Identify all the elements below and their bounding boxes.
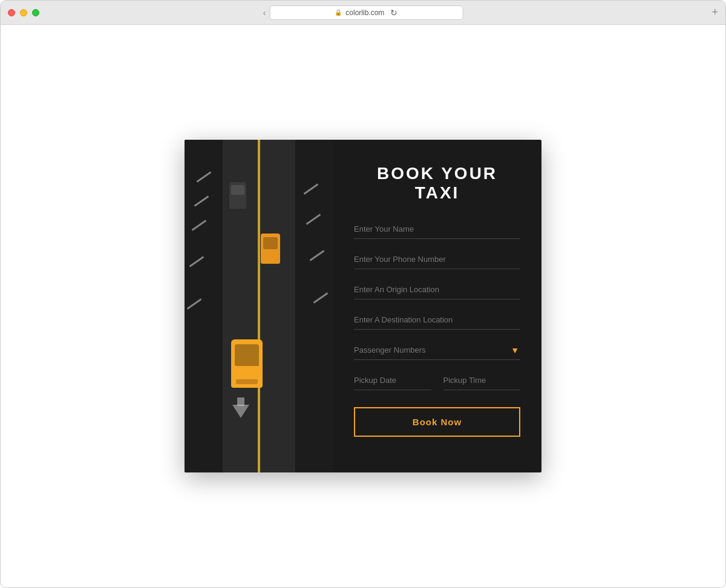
close-button[interactable] (8, 9, 15, 16)
reload-icon[interactable]: ↻ (390, 8, 397, 18)
car-dark (229, 182, 246, 209)
destination-field (354, 310, 520, 330)
titlebar-right: + (711, 6, 718, 19)
date-input[interactable] (354, 371, 431, 390)
passenger-select[interactable]: Passenger Numbers 1 2 3 4 5 6+ (354, 341, 520, 360)
url-text: colorlib.com (345, 8, 384, 17)
lock-icon: 🔒 (335, 9, 342, 16)
destination-input[interactable] (354, 310, 520, 330)
minimize-button[interactable] (20, 9, 27, 16)
origin-input[interactable] (354, 280, 520, 299)
browser-window: ‹ 🔒 colorlib.com ↻ + (0, 0, 726, 588)
booking-card: BOOK YOUR TAXI Passenger Numbers 1 (185, 140, 541, 472)
center-line (258, 140, 260, 472)
time-field (443, 371, 521, 390)
maximize-button[interactable] (32, 9, 39, 16)
address-bar[interactable]: 🔒 colorlib.com ↻ (269, 5, 463, 20)
road-image (185, 140, 333, 472)
phone-field (354, 250, 520, 269)
arrow-marking (232, 405, 249, 418)
form-title: BOOK YOUR TAXI (354, 164, 520, 203)
car-yellow-large (231, 339, 263, 388)
car-yellow-small (261, 234, 280, 264)
browser-content: BOOK YOUR TAXI Passenger Numbers 1 (1, 25, 725, 587)
phone-input[interactable] (354, 250, 520, 269)
book-now-button[interactable]: Book Now (354, 407, 520, 437)
passenger-field: Passenger Numbers 1 2 3 4 5 6+ ▼ (354, 341, 520, 360)
traffic-lights (8, 9, 39, 16)
date-field (354, 371, 431, 390)
back-icon[interactable]: ‹ (263, 8, 266, 18)
titlebar-center: ‹ 🔒 colorlib.com ↻ (263, 5, 463, 20)
titlebar: ‹ 🔒 colorlib.com ↻ + (1, 1, 725, 25)
time-input[interactable] (443, 371, 521, 390)
booking-form: BOOK YOUR TAXI Passenger Numbers 1 (333, 140, 541, 472)
name-field (354, 220, 520, 239)
new-tab-button[interactable]: + (711, 6, 718, 19)
origin-field (354, 280, 520, 299)
datetime-row (354, 371, 520, 390)
name-input[interactable] (354, 220, 520, 239)
